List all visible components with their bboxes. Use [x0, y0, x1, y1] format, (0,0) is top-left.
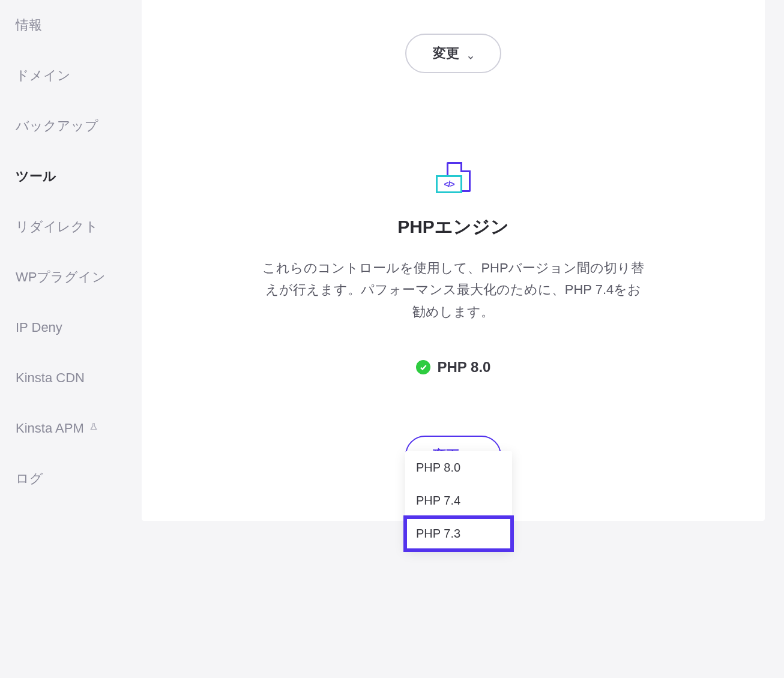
php-engine-description: これらのコントロールを使用して、PHPバージョン間の切り替えが行えます。パフォー…: [262, 257, 645, 323]
beaker-icon: [89, 422, 98, 435]
sidebar: 情報 ドメイン バックアップ ツール リダイレクト WPプラグイン IP Den…: [0, 0, 142, 678]
sidebar-item-logs[interactable]: ログ: [16, 454, 126, 504]
sidebar-item-label: IP Deny: [16, 320, 62, 335]
sidebar-item-backup[interactable]: バックアップ: [16, 101, 126, 151]
sidebar-item-label: バックアップ: [16, 117, 98, 135]
sidebar-item-wp-plugins[interactable]: WPプラグイン: [16, 252, 126, 302]
option-label: PHP 7.3: [416, 527, 460, 540]
change-button-top[interactable]: 変更: [405, 34, 501, 73]
option-label: PHP 8.0: [416, 461, 460, 474]
sidebar-item-label: Kinsta CDN: [16, 370, 85, 386]
sidebar-item-info[interactable]: 情報: [16, 0, 126, 50]
sidebar-item-label: ツール: [16, 167, 56, 185]
sidebar-item-label: Kinsta APM: [16, 421, 84, 436]
sidebar-item-label: リダイレクト: [16, 218, 98, 236]
sidebar-item-tools[interactable]: ツール: [16, 151, 126, 202]
top-section: 変更: [142, 0, 765, 73]
button-label: 変更: [433, 44, 459, 62]
php-version-option[interactable]: PHP 7.3: [405, 517, 512, 550]
php-version-option[interactable]: PHP 8.0: [405, 451, 512, 484]
main-content: 変更 </> PHPエンジン これらのコントロールを使用して、PHPバージョン間…: [142, 0, 784, 678]
sidebar-item-label: ドメイン: [16, 67, 71, 85]
sidebar-item-label: WPプラグイン: [16, 268, 106, 286]
php-current-version-row: PHP 8.0: [262, 359, 645, 376]
php-engine-icon: </>: [436, 162, 471, 194]
php-engine-section: </> PHPエンジン これらのコントロールを使用して、PHPバージョン間の切り…: [142, 162, 765, 475]
php-engine-title: PHPエンジン: [262, 215, 645, 239]
content-card: 変更 </> PHPエンジン これらのコントロールを使用して、PHPバージョン間…: [142, 0, 765, 521]
sidebar-item-label: 情報: [16, 16, 42, 34]
php-change-dropdown: 変更 PHP 8.0 PHP 7.4 PHP 7.3: [405, 402, 501, 475]
sidebar-item-kinsta-apm[interactable]: Kinsta APM: [16, 403, 126, 454]
option-label: PHP 7.4: [416, 494, 460, 507]
sidebar-item-kinsta-cdn[interactable]: Kinsta CDN: [16, 353, 126, 403]
sidebar-item-redirects[interactable]: リダイレクト: [16, 202, 126, 252]
check-circle-icon: [416, 360, 430, 374]
php-version-menu: PHP 8.0 PHP 7.4 PHP 7.3: [405, 451, 512, 550]
sidebar-item-ip-deny[interactable]: IP Deny: [16, 302, 126, 353]
sidebar-item-label: ログ: [16, 470, 43, 488]
sidebar-item-domains[interactable]: ドメイン: [16, 50, 126, 101]
chevron-down-icon: [466, 50, 474, 57]
php-version-option[interactable]: PHP 7.4: [405, 484, 512, 517]
php-current-version: PHP 8.0: [438, 359, 491, 376]
